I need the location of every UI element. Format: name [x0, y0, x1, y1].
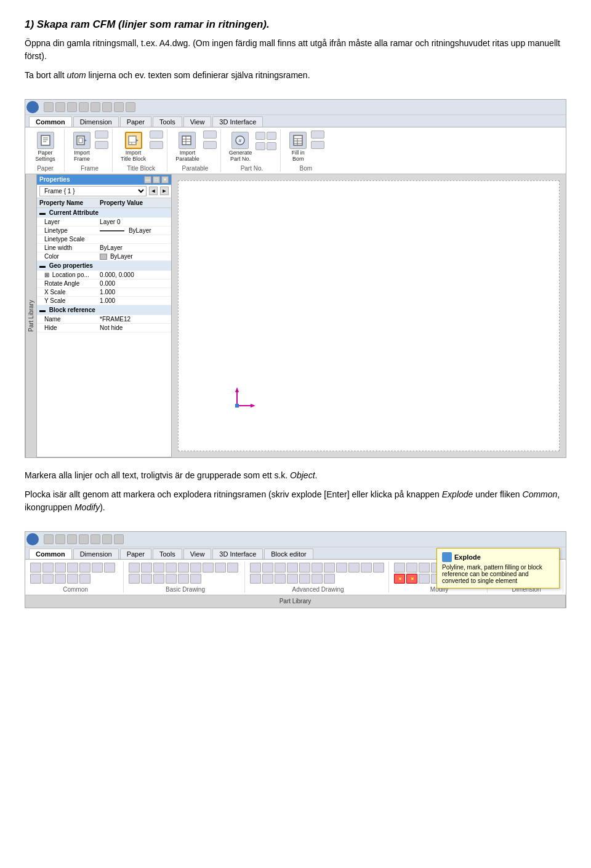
part-library-tab[interactable]: Part Library	[25, 174, 36, 457]
r2-b13[interactable]	[166, 574, 177, 584]
properties-float-btn[interactable]: □	[153, 176, 160, 183]
r2-a14[interactable]	[275, 574, 286, 584]
prop-value-xscale[interactable]: 1.000	[97, 288, 171, 297]
partno-small-2[interactable]	[267, 132, 276, 140]
generate-partno-button[interactable]: # GeneratePart No.	[227, 131, 254, 164]
r2-b4[interactable]	[166, 563, 177, 573]
prop-value-blockname[interactable]: *FRAME12	[97, 315, 171, 324]
bom-small-2[interactable]	[311, 141, 324, 149]
r2-m1[interactable]	[394, 563, 405, 573]
prop-value-location[interactable]: 0.000, 0.000	[97, 271, 171, 279]
frame-dropdown[interactable]: Frame { 1 }	[39, 186, 147, 196]
r2-b3[interactable]	[153, 563, 164, 573]
quick-icon-1[interactable]	[44, 102, 54, 112]
r2-a8[interactable]	[336, 563, 347, 573]
r2-c4[interactable]	[67, 563, 78, 573]
r2-b12[interactable]	[153, 574, 164, 584]
quick-icon-2[interactable]	[55, 102, 65, 112]
tab2-dimension[interactable]: Dimension	[73, 549, 119, 559]
r2-c9[interactable]	[42, 574, 54, 584]
r2-a9[interactable]	[348, 563, 360, 573]
r2-a4[interactable]	[287, 563, 298, 573]
paper-settings-button[interactable]: PaperSettings	[33, 131, 57, 164]
properties-close-btn[interactable]: ×	[161, 176, 169, 183]
partno-small-3[interactable]	[255, 142, 265, 150]
r2-m9-explode2[interactable]: 💥	[406, 574, 417, 584]
r2-b11[interactable]	[141, 574, 152, 584]
tab-3d-interface[interactable]: 3D Interface	[212, 116, 263, 127]
r2-c6[interactable]	[92, 563, 103, 573]
r2-c7[interactable]	[104, 563, 115, 573]
r2-b10[interactable]	[129, 574, 140, 584]
partno-small-1[interactable]	[255, 132, 265, 140]
r2-b7[interactable]	[203, 563, 214, 573]
partno-small-4[interactable]	[267, 142, 276, 150]
drawing-area[interactable]	[178, 180, 560, 451]
r2-c1[interactable]	[30, 563, 41, 573]
r2-c3[interactable]	[55, 563, 66, 573]
prop-value-rotate[interactable]: 0.000	[97, 279, 171, 288]
import-title-block-button[interactable]: ImportTitle Block	[119, 131, 148, 164]
r2-a16[interactable]	[299, 574, 310, 584]
r2-c2[interactable]	[42, 563, 54, 573]
r2-a7[interactable]	[324, 563, 335, 573]
frame-btn-small-2[interactable]	[95, 141, 108, 149]
tab-view[interactable]: View	[183, 116, 212, 127]
r2-a1[interactable]	[250, 563, 261, 573]
r2-b14[interactable]	[178, 574, 189, 584]
title-block-btn-small-2[interactable]	[150, 141, 163, 149]
r2-b9[interactable]	[227, 563, 238, 573]
quick-icon-8[interactable]	[126, 102, 135, 112]
import-frame-button[interactable]: ImportFrame	[71, 131, 93, 164]
tab-dimension[interactable]: Dimension	[73, 116, 119, 127]
q2-icon-2[interactable]	[55, 534, 65, 544]
q2-icon-1[interactable]	[44, 534, 54, 544]
properties-pin-btn[interactable]: —	[144, 176, 151, 183]
r2-a5[interactable]	[299, 563, 310, 573]
r2-a6[interactable]	[312, 563, 323, 573]
r2-c5[interactable]	[79, 563, 90, 573]
quick-icon-5[interactable]	[90, 102, 100, 112]
r2-b1[interactable]	[129, 563, 140, 573]
r2-b15[interactable]	[190, 574, 201, 584]
r2-c10[interactable]	[55, 574, 66, 584]
paratable-btn-small-2[interactable]	[203, 141, 217, 149]
tab2-view[interactable]: View	[183, 549, 212, 559]
prop-value-linewidth[interactable]: ByLayer	[97, 243, 171, 252]
prop-value-layer[interactable]: Layer 0	[97, 217, 171, 226]
tab-tools[interactable]: Tools	[153, 116, 182, 127]
bom-small-1[interactable]	[311, 131, 324, 139]
r2-a10[interactable]	[361, 563, 372, 573]
quick-icon-6[interactable]	[102, 102, 112, 112]
r2-b6[interactable]	[190, 563, 201, 573]
quick-icon-3[interactable]	[67, 102, 77, 112]
r2-b2[interactable]	[141, 563, 152, 573]
r2-m2[interactable]	[406, 563, 417, 573]
prop-value-linetype-scale[interactable]	[97, 235, 171, 243]
r2-b8[interactable]	[215, 563, 226, 573]
title-block-btn-small-1[interactable]	[150, 131, 163, 139]
r2-c8[interactable]	[30, 574, 41, 584]
r2-c11[interactable]	[67, 574, 78, 584]
tab-paper[interactable]: Paper	[120, 116, 151, 127]
r2-a11[interactable]	[373, 563, 384, 573]
part-library-tab-2[interactable]: Part Library	[25, 595, 566, 608]
quick-icon-7[interactable]	[114, 102, 124, 112]
r2-a2[interactable]	[262, 563, 273, 573]
r2-a3[interactable]	[275, 563, 286, 573]
fill-in-bom-button[interactable]: Fill inBom	[287, 131, 309, 164]
prop-value-yscale[interactable]: 1.000	[97, 297, 171, 305]
import-paratable-button[interactable]: ImportParatable	[174, 131, 201, 164]
r2-a17[interactable]	[312, 574, 323, 584]
tab-common[interactable]: Common	[29, 116, 72, 127]
tab2-common[interactable]: Common	[29, 549, 72, 559]
tab2-paper[interactable]: Paper	[120, 549, 151, 559]
prop-value-linetype[interactable]: ByLayer	[97, 226, 171, 235]
q2-icon-6[interactable]	[102, 534, 112, 544]
r2-m3[interactable]	[419, 563, 430, 573]
r2-a13[interactable]	[262, 574, 273, 584]
q2-icon-4[interactable]	[79, 534, 89, 544]
r2-b5[interactable]	[178, 563, 189, 573]
q2-icon-3[interactable]	[67, 534, 77, 544]
frame-btn-small-1[interactable]	[95, 131, 108, 139]
